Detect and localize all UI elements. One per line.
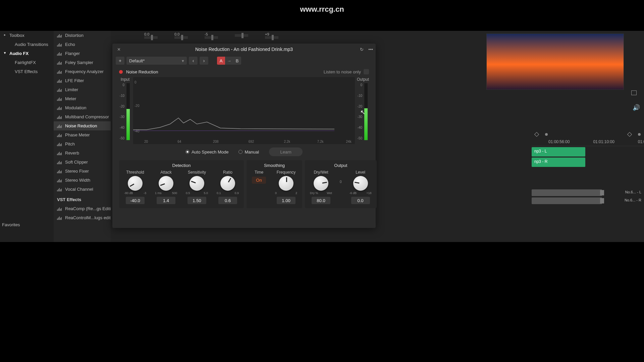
ab-swap-button[interactable]: → [225,57,233,65]
level-knob[interactable]: .knob[data-name="level-knob"]::after{tra… [353,176,368,191]
audio-clip[interactable] [532,197,602,204]
frequency-knob[interactable] [279,176,293,191]
manual-radio[interactable]: Manual [238,149,259,155]
level-value[interactable]: 0.0 [351,197,370,204]
fx-item-soft-clipper[interactable]: Soft Clipper [54,158,111,167]
fx-item-meter[interactable]: Meter [54,94,111,103]
time-on-toggle[interactable]: On [252,177,266,184]
drywet-value[interactable]: 80.0 [312,197,330,204]
svg-rect-17 [59,61,60,65]
audio-track-right[interactable]: np3 - R [532,158,585,167]
listen-noise-label: Listen to noise only [324,69,361,74]
input-meter: Input 0-10-20-30-40-50 [119,77,131,144]
auto-speech-radio[interactable]: Auto Speech Mode [185,149,229,155]
attack-knob[interactable]: .knob[data-name="attack-knob"]::after{tr… [159,176,173,191]
svg-rect-2 [59,34,60,38]
fx-item-vocal-channel[interactable]: Vocal Channel [54,185,111,194]
drywet-knob[interactable]: .knob[data-name="drywet-knob"]::after{tr… [314,176,328,191]
fx-bars-icon [57,187,62,191]
svg-rect-82 [59,179,60,182]
svg-rect-27 [59,79,60,83]
svg-rect-52 [59,125,60,128]
sidebar-item-audio-transitions[interactable]: Audio Transitions [0,40,54,49]
fx-item-distortion[interactable]: Distortion [54,31,111,40]
fx-item-phase-meter[interactable]: Phase Meter [54,130,111,139]
fx-bars-icon [57,160,62,164]
vst-item[interactable]: ReaControlM...lugs editio [54,213,111,222]
audio-clip[interactable] [532,189,602,196]
sidebar-item-audio-fx[interactable]: Audio FX [0,49,54,58]
speaker-icon[interactable]: 🔊 [633,104,640,111]
svg-rect-93 [60,209,61,211]
marker-start-icon[interactable] [534,132,539,137]
preset-dropdown[interactable]: Default* [126,57,187,65]
marker-end-icon[interactable] [627,132,632,137]
sensitivity-knob[interactable]: .knob[data-name="sensitivity-knob"]::aft… [190,176,204,191]
svg-rect-12 [59,52,60,56]
learn-button[interactable]: Learn [269,147,303,156]
svg-rect-45 [57,118,58,119]
attack-label: Attack [160,170,171,175]
dialog-title: Noise Reduction - An old Fashioned Drink… [195,47,293,52]
expand-view-icon[interactable] [631,90,637,95]
sidebar-item-vst-effects[interactable]: VST Effects [0,67,54,76]
fx-bars-icon [57,151,62,155]
fx-item-multiband-compressor[interactable]: Multiband Compressor [54,112,111,121]
sidebar-item-fairlight-fx[interactable]: FairlightFX [0,58,54,67]
sidebar-item-toolbox[interactable]: Toolbox [0,31,54,40]
marker-dot[interactable] [638,133,641,136]
fx-item-flanger[interactable]: Flanger [54,49,111,58]
bypass-indicator-icon[interactable] [119,70,123,74]
svg-rect-85 [57,190,58,191]
listen-noise-toggle[interactable] [364,69,369,74]
fx-item-echo[interactable]: Echo [54,40,111,49]
svg-rect-61 [58,144,59,146]
fx-bars-icon [57,97,62,101]
more-icon[interactable]: ••• [368,47,373,52]
add-preset-button[interactable]: + [116,57,124,65]
fx-item-lfe-filter[interactable]: LFE Filter [54,76,111,85]
sensitivity-value[interactable]: 1.50 [187,197,206,204]
fx-item-foley-sampler[interactable]: Foley Sampler [54,58,111,67]
svg-rect-7 [59,43,60,47]
clip-label: No.6... - R [625,198,641,202]
ab-b-button[interactable]: B [233,57,241,65]
mini-slider[interactable] [265,36,278,39]
fx-item-stereo-width[interactable]: Stereo Width [54,176,111,185]
svg-rect-66 [58,153,59,155]
svg-rect-30 [57,90,58,92]
next-preset-button[interactable]: › [200,57,208,65]
svg-rect-4 [61,35,62,38]
mini-slider[interactable] [144,36,158,39]
svg-rect-97 [59,217,60,220]
audio-track-left[interactable]: np3 - L [532,147,585,157]
close-icon[interactable]: ✕ [116,46,122,52]
frequency-value[interactable]: 1.00 [277,197,296,204]
fx-item-modulation[interactable]: Modulation [54,103,111,112]
fx-item-limiter[interactable]: Limiter [54,85,111,94]
attack-value[interactable]: 1.4 [157,197,175,204]
vst-item[interactable]: ReaComp (Re...gs Edition) [54,204,111,213]
fx-bars-icon [57,70,62,74]
prev-preset-button[interactable]: ‹ [189,57,198,65]
reset-icon[interactable]: ↻ [360,47,364,52]
mini-slider[interactable] [174,36,188,39]
fx-item-reverb[interactable]: Reverb [54,148,111,158]
ratio-knob[interactable]: .knob[data-name="ratio-knob"]::after{tra… [220,176,235,191]
svg-rect-60 [57,145,58,146]
threshold-value[interactable]: -40.0 [126,197,145,204]
threshold-knob[interactable]: .knob[data-name="threshold-knob"]::after… [128,176,143,191]
svg-rect-50 [57,127,58,128]
marker-dot[interactable] [545,133,548,136]
mini-slider[interactable] [205,36,218,39]
svg-rect-71 [58,162,59,164]
timeline-ruler[interactable]: 01:00:56:0001:01:10:0001:0 [532,137,644,146]
fx-item-stereo-fixer[interactable]: Stereo Fixer [54,167,111,176]
fx-item-pitch[interactable]: Pitch [54,139,111,148]
fx-bars-icon [57,133,62,137]
fx-item-noise-reduction[interactable]: Noise Reduction [54,121,111,130]
ratio-value[interactable]: 0.6 [218,197,237,204]
mini-slider[interactable] [235,34,248,37]
fx-item-frequency-analyzer[interactable]: Frequency Analyzer [54,67,111,76]
ab-a-button[interactable]: A [217,57,225,65]
